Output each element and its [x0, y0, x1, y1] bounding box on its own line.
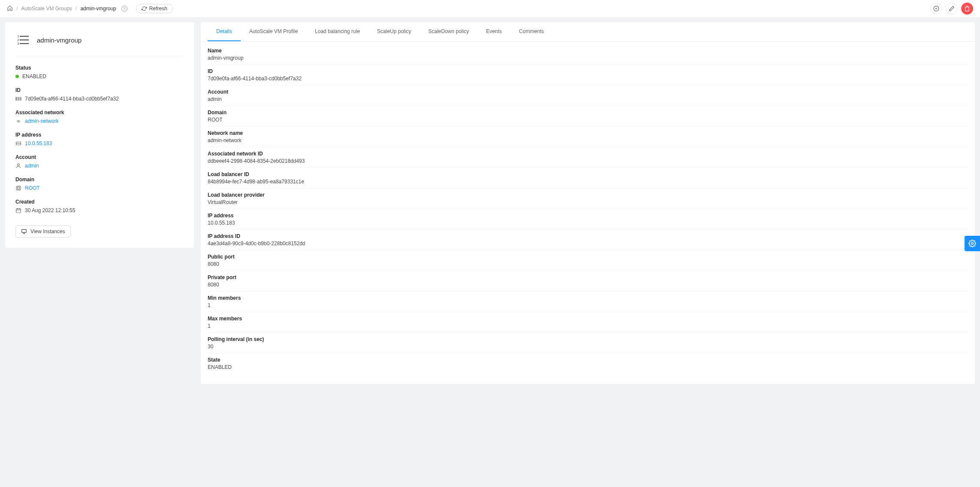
view-instances-label: View Instances: [30, 228, 65, 234]
domain-link[interactable]: ROOT: [25, 185, 40, 191]
detail-value: 30: [208, 344, 968, 350]
account-link[interactable]: admin: [25, 163, 39, 169]
tab-lb[interactable]: Load balancing rule: [306, 22, 369, 41]
detail-value: ENABLED: [208, 364, 968, 370]
view-instances-button[interactable]: View Instances: [15, 225, 71, 237]
detail-value: 10.0.55.183: [208, 220, 968, 226]
main-panel: Details AutoScale VM Profile Load balanc…: [201, 22, 975, 384]
detail-row: Min members1: [208, 292, 968, 312]
detail-label: IP address ID: [208, 233, 968, 239]
help-icon[interactable]: ?: [121, 6, 127, 12]
user-icon: [15, 163, 21, 169]
id-label: ID: [15, 87, 184, 93]
svg-rect-15: [20, 97, 21, 100]
edit-button[interactable]: [946, 3, 958, 15]
ip-link[interactable]: 10.0.55.183: [25, 140, 52, 146]
detail-label: State: [208, 357, 968, 363]
detail-value: admin: [208, 96, 968, 102]
network-link[interactable]: admin-network: [25, 118, 59, 124]
home-icon: [7, 5, 13, 11]
svg-rect-13: [19, 97, 19, 100]
detail-label: Polling interval (in sec): [208, 336, 968, 342]
svg-point-0: [934, 6, 939, 11]
status-label: Status: [15, 65, 184, 71]
tab-details[interactable]: Details: [208, 22, 241, 41]
detail-value: 84b8994e-fec7-4d98-ab95-ea8a79331c1e: [208, 179, 968, 185]
detail-label: Associated network ID: [208, 151, 968, 157]
detail-row: Public port8080: [208, 250, 968, 271]
detail-row: Accountadmin: [208, 85, 968, 106]
svg-text:2: 2: [17, 39, 19, 42]
detail-value: 1: [208, 302, 968, 308]
detail-label: Network name: [208, 130, 968, 136]
topbar: / AutoScale VM Groups / admin-vmgroup ? …: [0, 0, 980, 17]
pause-circle-icon: [933, 6, 939, 12]
detail-label: Account: [208, 89, 968, 95]
tab-comments[interactable]: Comments: [511, 22, 553, 41]
detail-label: Load balancer ID: [208, 171, 968, 177]
side-title: admin-vmgroup: [37, 37, 82, 44]
id-value: 7d09e0fa-af66-4114-bba3-cd0bb5ef7a32: [25, 96, 119, 102]
detail-label: Load balancer provider: [208, 192, 968, 198]
reload-icon: [142, 6, 147, 11]
status-value: ENABLED: [22, 73, 46, 79]
tab-scaledown[interactable]: ScaleDown policy: [420, 22, 478, 41]
tabs: Details AutoScale VM Profile Load balanc…: [201, 22, 975, 42]
network-label: Associated network: [15, 110, 184, 116]
disable-button[interactable]: [930, 3, 942, 15]
tab-profile[interactable]: AutoScale VM Profile: [241, 22, 306, 41]
svg-text:3: 3: [17, 42, 19, 46]
detail-label: IP address: [208, 213, 968, 219]
account-label: Account: [15, 154, 184, 160]
details-list: Nameadmin-vmgroupID7d09e0fa-af66-4114-bb…: [201, 42, 975, 374]
home-link[interactable]: [7, 5, 13, 12]
ip-label: IP address: [15, 132, 184, 138]
detail-row: IP address ID4ae3d4a8-90c9-4d0c-b9b0-228…: [208, 230, 968, 250]
tab-events[interactable]: Events: [478, 22, 511, 41]
detail-row: Max members1: [208, 312, 968, 333]
detail-row: Load balancer providerVirtualRouter: [208, 189, 968, 209]
detail-value: ddbeeef4-2998-4084-8354-2eb0218dd493: [208, 158, 968, 164]
delete-button[interactable]: [961, 3, 973, 15]
detail-value: 4ae3d4a8-90c9-4d0c-b9b0-228b0c8152dd: [208, 240, 968, 247]
detail-row: StateENABLED: [208, 353, 968, 374]
desktop-icon: [21, 228, 27, 234]
detail-label: Name: [208, 48, 968, 54]
block-icon: [15, 185, 21, 191]
detail-row: IP address10.0.55.183: [208, 209, 968, 230]
vmgroup-icon: 1 2 3: [15, 33, 30, 47]
calendar-icon: [15, 207, 21, 213]
breadcrumb-sep: /: [16, 6, 18, 12]
refresh-label: Refresh: [149, 6, 167, 12]
svg-rect-11: [17, 97, 18, 100]
detail-row: Load balancer ID84b8994e-fec7-4d98-ab95-…: [208, 168, 968, 189]
svg-rect-16: [21, 97, 21, 100]
refresh-button[interactable]: Refresh: [136, 4, 173, 13]
svg-rect-10: [16, 97, 16, 100]
gear-icon: [968, 240, 976, 247]
detail-row: Network nameadmin-network: [208, 127, 968, 147]
tab-scaleup[interactable]: ScaleUp policy: [369, 22, 420, 41]
breadcrumb: / AutoScale VM Groups / admin-vmgroup ? …: [7, 4, 173, 13]
detail-label: ID: [208, 68, 968, 74]
side-panel: 1 2 3 admin-vmgroup Status ENABLED ID: [5, 22, 194, 248]
created-label: Created: [15, 199, 184, 205]
detail-row: ID7d09e0fa-af66-4114-bba3-cd0bb5ef7a32: [208, 65, 968, 85]
svg-rect-22: [16, 209, 21, 213]
svg-rect-21: [18, 187, 20, 189]
detail-label: Min members: [208, 295, 968, 301]
detail-value: admin-network: [208, 137, 968, 143]
detail-value: 1: [208, 323, 968, 329]
settings-drawer-button[interactable]: [965, 236, 980, 251]
detail-row: Private port8080: [208, 271, 968, 292]
svg-rect-9: [15, 97, 16, 100]
detail-label: Public port: [208, 254, 968, 260]
barcode-icon: [15, 96, 21, 102]
breadcrumb-groups[interactable]: AutoScale VM Groups: [21, 6, 72, 12]
detail-value: admin-vmgroup: [208, 55, 968, 61]
svg-rect-12: [18, 97, 18, 100]
global-icon: [15, 140, 21, 146]
trash-icon: [964, 6, 970, 12]
detail-value: 8080: [208, 261, 968, 267]
detail-value: 8080: [208, 282, 968, 288]
